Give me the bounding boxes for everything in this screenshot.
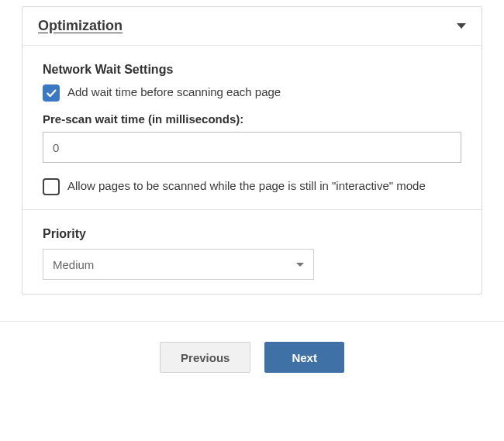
prescan-input[interactable]: [43, 132, 461, 163]
priority-section: Priority Medium: [22, 209, 482, 294]
card-title: Optimization: [38, 18, 123, 34]
priority-select[interactable]: Medium: [43, 249, 314, 280]
priority-value: Medium: [53, 258, 94, 271]
prescan-input-wrap: [43, 132, 461, 163]
previous-button[interactable]: Previous: [160, 342, 250, 373]
prescan-label: Pre-scan wait time (in milliseconds):: [43, 112, 461, 126]
optimization-card: Optimization Network Wait Settings Add w…: [22, 6, 482, 295]
collapse-caret-icon: [457, 23, 466, 29]
allow-interactive-row: Allow pages to be scanned while the page…: [43, 178, 461, 195]
footer: Previous Next: [0, 322, 504, 390]
add-wait-row: Add wait time before scanning each page: [43, 84, 461, 102]
allow-interactive-label: Allow pages to be scanned while the page…: [67, 178, 426, 194]
add-wait-label: Add wait time before scanning each page: [67, 84, 281, 100]
network-section: Network Wait Settings Add wait time befo…: [22, 46, 482, 209]
allow-interactive-checkbox[interactable]: [43, 178, 60, 195]
priority-heading: Priority: [43, 227, 461, 241]
next-button[interactable]: Next: [264, 342, 344, 373]
checkmark-icon: [45, 87, 57, 99]
add-wait-checkbox[interactable]: [43, 84, 60, 102]
card-header[interactable]: Optimization: [22, 7, 482, 46]
priority-select-wrap: Medium: [43, 249, 314, 280]
network-heading: Network Wait Settings: [43, 63, 461, 77]
chevron-down-icon: [296, 263, 304, 267]
